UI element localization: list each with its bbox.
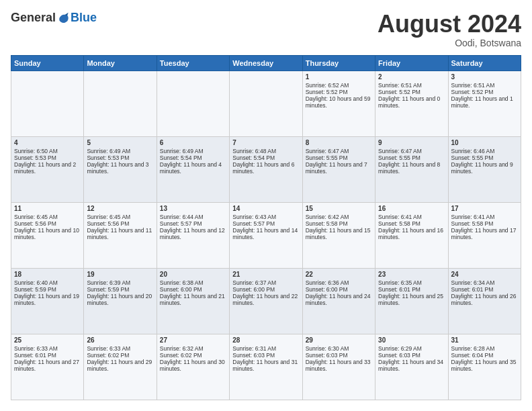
- header: General Blue August 2024 Oodi, Botswana: [11, 11, 521, 48]
- sunset-text: Sunset: 6:02 PM: [160, 352, 202, 359]
- calendar-cell: 19Sunrise: 6:39 AMSunset: 5:59 PMDayligh…: [84, 268, 157, 334]
- sunrise-text: Sunrise: 6:51 AM: [451, 82, 495, 89]
- calendar-cell: 12Sunrise: 6:45 AMSunset: 5:56 PMDayligh…: [84, 202, 157, 268]
- sunset-text: Sunset: 5:57 PM: [232, 220, 275, 227]
- sunrise-text: Sunrise: 6:41 AM: [378, 214, 422, 220]
- calendar-cell: 25Sunrise: 6:33 AMSunset: 6:01 PMDayligh…: [11, 334, 84, 400]
- calendar-cell: 10Sunrise: 6:46 AMSunset: 5:55 PMDayligh…: [448, 136, 521, 202]
- col-thursday: Thursday: [302, 55, 375, 71]
- sunrise-text: Sunrise: 6:40 AM: [14, 279, 58, 286]
- day-number: 6: [160, 139, 226, 146]
- daylight-text: Daylight: 11 hours and 35 minutes.: [451, 359, 517, 372]
- day-number: 30: [378, 336, 445, 344]
- sunset-text: Sunset: 6:00 PM: [306, 286, 348, 293]
- calendar-cell: 22Sunrise: 6:36 AMSunset: 6:00 PMDayligh…: [302, 268, 375, 334]
- calendar-cell: 5Sunrise: 6:49 AMSunset: 5:53 PMDaylight…: [84, 136, 157, 202]
- daylight-text: Daylight: 11 hours and 1 minute.: [451, 95, 513, 109]
- day-number: 29: [306, 336, 372, 344]
- day-number: 2: [378, 73, 445, 81]
- calendar-cell: 14Sunrise: 6:43 AMSunset: 5:57 PMDayligh…: [230, 202, 302, 268]
- sunset-text: Sunset: 5:57 PM: [160, 220, 202, 227]
- col-wednesday: Wednesday: [230, 55, 302, 71]
- sunset-text: Sunset: 6:00 PM: [232, 286, 275, 293]
- day-number: 23: [378, 271, 445, 278]
- calendar-page: General Blue August 2024 Oodi, Botswana …: [0, 0, 532, 411]
- sunset-text: Sunset: 6:03 PM: [378, 352, 420, 359]
- sunset-text: Sunset: 5:53 PM: [14, 154, 56, 161]
- day-number: 27: [160, 336, 226, 344]
- calendar-cell: [11, 71, 84, 136]
- day-number: 4: [14, 139, 81, 146]
- calendar-cell: 26Sunrise: 6:33 AMSunset: 6:02 PMDayligh…: [84, 334, 157, 400]
- sunrise-text: Sunrise: 6:35 AM: [378, 279, 422, 286]
- daylight-text: Daylight: 11 hours and 6 minutes.: [232, 161, 294, 175]
- daylight-text: Daylight: 11 hours and 21 minutes.: [160, 293, 225, 306]
- day-number: 5: [87, 139, 153, 146]
- sunrise-text: Sunrise: 6:30 AM: [306, 345, 349, 352]
- day-number: 16: [378, 205, 445, 212]
- daylight-text: Daylight: 11 hours and 27 minutes.: [14, 359, 79, 372]
- header-row: Sunday Monday Tuesday Wednesday Thursday…: [11, 55, 521, 71]
- calendar-cell: 28Sunrise: 6:31 AMSunset: 6:03 PMDayligh…: [230, 334, 302, 400]
- calendar-cell: 3Sunrise: 6:51 AMSunset: 5:52 PMDaylight…: [448, 71, 521, 136]
- day-number: 20: [160, 271, 226, 278]
- daylight-text: Daylight: 11 hours and 14 minutes.: [232, 227, 298, 240]
- calendar-cell: 9Sunrise: 6:47 AMSunset: 5:55 PMDaylight…: [375, 136, 448, 202]
- calendar-week-5: 25Sunrise: 6:33 AMSunset: 6:01 PMDayligh…: [11, 334, 521, 400]
- sunrise-text: Sunrise: 6:47 AM: [306, 148, 349, 154]
- daylight-text: Daylight: 11 hours and 4 minutes.: [160, 161, 222, 175]
- day-number: 17: [451, 205, 518, 212]
- daylight-text: Daylight: 11 hours and 12 minutes.: [160, 227, 225, 240]
- sunset-text: Sunset: 6:01 PM: [451, 286, 494, 293]
- day-number: 26: [87, 336, 153, 344]
- daylight-text: Daylight: 11 hours and 20 minutes.: [87, 293, 152, 306]
- sunset-text: Sunset: 5:59 PM: [14, 286, 56, 293]
- sunset-text: Sunset: 6:02 PM: [87, 352, 129, 359]
- day-number: 10: [451, 139, 518, 146]
- day-number: 21: [232, 271, 299, 278]
- sunrise-text: Sunrise: 6:45 AM: [14, 214, 58, 220]
- sunset-text: Sunset: 5:59 PM: [87, 286, 129, 293]
- sunset-text: Sunset: 6:01 PM: [378, 286, 420, 293]
- sunset-text: Sunset: 5:58 PM: [378, 220, 420, 227]
- day-number: 22: [306, 271, 372, 278]
- sunrise-text: Sunrise: 6:39 AM: [87, 279, 130, 286]
- sunrise-text: Sunrise: 6:42 AM: [306, 214, 349, 220]
- col-saturday: Saturday: [448, 55, 521, 71]
- col-sunday: Sunday: [11, 55, 84, 71]
- calendar-cell: 31Sunrise: 6:28 AMSunset: 6:04 PMDayligh…: [448, 334, 521, 400]
- day-number: 15: [306, 205, 372, 212]
- day-number: 7: [232, 139, 299, 146]
- day-number: 9: [378, 139, 445, 146]
- sunset-text: Sunset: 5:53 PM: [87, 154, 129, 161]
- daylight-text: Daylight: 11 hours and 34 minutes.: [378, 359, 443, 372]
- sunrise-text: Sunrise: 6:37 AM: [232, 279, 276, 286]
- calendar-cell: 15Sunrise: 6:42 AMSunset: 5:58 PMDayligh…: [302, 202, 375, 268]
- daylight-text: Daylight: 11 hours and 15 minutes.: [306, 227, 371, 240]
- calendar-cell: 27Sunrise: 6:32 AMSunset: 6:02 PMDayligh…: [157, 334, 229, 400]
- calendar-location: Oodi, Botswana: [378, 38, 521, 48]
- col-friday: Friday: [375, 55, 448, 71]
- calendar-cell: 11Sunrise: 6:45 AMSunset: 5:56 PMDayligh…: [11, 202, 84, 268]
- col-monday: Monday: [84, 55, 157, 71]
- day-number: 14: [232, 205, 299, 212]
- calendar-cell: [157, 71, 229, 136]
- calendar-cell: 17Sunrise: 6:41 AMSunset: 5:58 PMDayligh…: [448, 202, 521, 268]
- calendar-week-3: 11Sunrise: 6:45 AMSunset: 5:56 PMDayligh…: [11, 202, 521, 268]
- sunrise-text: Sunrise: 6:29 AM: [378, 345, 422, 352]
- calendar-week-2: 4Sunrise: 6:50 AMSunset: 5:53 PMDaylight…: [11, 136, 521, 202]
- calendar-title: August 2024: [378, 11, 521, 38]
- calendar-cell: 2Sunrise: 6:51 AMSunset: 5:52 PMDaylight…: [375, 71, 448, 136]
- calendar-cell: 4Sunrise: 6:50 AMSunset: 5:53 PMDaylight…: [11, 136, 84, 202]
- daylight-text: Daylight: 11 hours and 11 minutes.: [87, 227, 152, 240]
- sunset-text: Sunset: 6:03 PM: [232, 352, 275, 359]
- sunset-text: Sunset: 5:58 PM: [306, 220, 348, 227]
- sunset-text: Sunset: 6:00 PM: [160, 286, 202, 293]
- daylight-text: Daylight: 11 hours and 10 minutes.: [14, 227, 79, 240]
- daylight-text: Daylight: 11 hours and 29 minutes.: [87, 359, 152, 372]
- sunset-text: Sunset: 5:55 PM: [378, 154, 420, 161]
- daylight-text: Daylight: 11 hours and 22 minutes.: [232, 293, 298, 306]
- sunrise-text: Sunrise: 6:34 AM: [451, 279, 495, 286]
- daylight-text: Daylight: 11 hours and 17 minutes.: [451, 227, 517, 240]
- day-number: 1: [306, 73, 372, 81]
